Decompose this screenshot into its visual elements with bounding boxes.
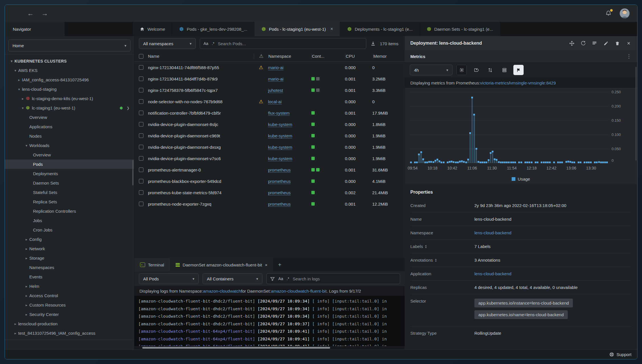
regex-icon[interactable]: .* (212, 41, 214, 46)
tab-deployments-lc-staging1-e-[interactable]: ☸Deployments - lc-staging1 (e... (340, 22, 419, 36)
table-row[interactable]: nvidia-device-plugin-daemonset-v7sc6kube… (134, 153, 405, 164)
dock-tab-logs[interactable]: DaemonSet amazon-cloudwatch-fluent-bit× (170, 258, 273, 271)
sidebar-item-workloads[interactable]: ▾Workloads (5, 141, 134, 150)
sidebar-item-access-control[interactable]: ▸Access Control (5, 291, 134, 300)
close-icon[interactable]: × (626, 40, 631, 46)
row-checkbox[interactable] (139, 202, 143, 206)
sort-toggle-icon[interactable]: ▴▾ (425, 245, 427, 249)
scrollbar-thumb[interactable] (142, 347, 330, 349)
row-checkbox[interactable] (139, 179, 143, 183)
column-header-name[interactable]: Name (148, 54, 254, 59)
pods-filter-select[interactable]: All Pods ▾ (139, 273, 199, 284)
sidebar-item-aws-eks[interactable]: ▾AWS EKS (5, 66, 134, 75)
table-row[interactable]: node-selector-with-no-nodes-767b9d68⚠loc… (134, 96, 405, 107)
sort-toggle-icon[interactable]: ▴▾ (435, 258, 437, 262)
download-icon[interactable] (370, 41, 376, 46)
sidebar-item-lc-staging1-eu-west-1-[interactable]: ▾☸lc-staging1 (eu-west-1)❯ (5, 103, 134, 113)
row-checkbox[interactable] (139, 122, 143, 127)
property-value-link[interactable]: lens-cloud-backend (474, 230, 631, 235)
daemonset-link[interactable]: amazon-cloudwatch-fluent-bit (271, 289, 327, 293)
namespace-link[interactable]: kube-system (268, 122, 292, 127)
table-row[interactable]: nginx-1724758378-5fb6f5847c-tqpx7juhotes… (134, 84, 405, 96)
sidebar-item-replication-controllers[interactable]: Replication Controllers (5, 206, 134, 216)
sidebar-item-overview[interactable]: Overview (5, 113, 134, 122)
menu-lines-icon[interactable] (592, 40, 597, 46)
sidebar-item-iam-config-access-841310725496[interactable]: ▸IAM_config_access-841310725496 (5, 75, 134, 84)
support-button[interactable]: Support (616, 352, 631, 357)
sidebar-item-kubernetes-clusters[interactable]: ▾KUBERNETES CLUSTERS (5, 56, 134, 66)
prometheus-endpoint-link[interactable]: vmsingle-vmsingle:8429 (510, 80, 556, 85)
edit-pencil-icon[interactable] (603, 40, 609, 46)
back-arrow-icon[interactable]: ← (27, 9, 34, 17)
tab-pods-lc-staging1-eu-west-1-[interactable]: ☸Pods - lc-staging1 (eu-west-1)× (254, 22, 340, 36)
sidebar-item-lc-staging-demo-k8s-eu-west-1-[interactable]: ▸☸lc-staging-demo-k8s (eu-west-1) (5, 94, 134, 103)
row-checkbox[interactable] (139, 99, 143, 104)
pods-search-input[interactable]: Aa .* Search Pods... (200, 38, 366, 49)
close-tab-icon[interactable]: × (265, 262, 268, 267)
table-row[interactable]: prometheus-kube-state-metrics-5fd974prom… (134, 187, 405, 198)
sort-arrows-icon[interactable] (485, 65, 495, 75)
namespace-link[interactable]: kube-system (268, 133, 292, 138)
sidebar-item-lenscloud-production[interactable]: ▸lenscloud-production (5, 319, 134, 328)
row-checkbox[interactable] (139, 65, 143, 70)
table-row[interactable]: nvidia-device-plugin-daemonset-8sljckube… (134, 119, 405, 130)
row-checkbox[interactable] (139, 156, 143, 161)
table-row[interactable]: notification-controller-7bfbfd6479-cbl5r… (134, 107, 405, 119)
sidebar-item-storage[interactable]: ▸Storage (5, 253, 134, 263)
row-checkbox[interactable] (139, 133, 143, 138)
namespace-filter-select[interactable]: All namespaces ▾ (139, 38, 196, 49)
namespace-link[interactable]: prometheus (268, 179, 291, 184)
tab-daemon-sets-lc-staging1-e-[interactable]: ☸Daemon Sets - lc-staging1 (e... (420, 22, 500, 36)
row-checkbox[interactable] (139, 190, 143, 195)
logs-output[interactable]: [amazon-cloudwatch-fluent-bit-dhdc2/flue… (134, 296, 405, 346)
table-row[interactable]: prometheus-alertmanager-0prometheus0.001… (134, 164, 405, 175)
select-all-checkbox[interactable] (139, 54, 143, 59)
kebab-menu-icon[interactable]: ⋮ (626, 53, 631, 59)
sidebar-item-cron-jobs[interactable]: Cron Jobs (5, 225, 134, 235)
sidebar-item-security-center[interactable]: ▸Security Center (5, 310, 134, 319)
chevron-right-icon[interactable]: ❯ (127, 106, 129, 110)
table-row[interactable]: nvidia-device-plugin-daemonset-c969tkube… (134, 130, 405, 141)
sidebar-item-helm[interactable]: ▸Helm (5, 282, 134, 291)
close-tab-icon[interactable]: × (330, 26, 333, 32)
match-case-icon[interactable]: Aa (278, 276, 283, 281)
regex-icon[interactable]: .* (287, 276, 289, 281)
sidebar-item-namespaces[interactable]: Namespaces (5, 263, 134, 272)
move-icon[interactable] (569, 40, 575, 46)
sidebar-item-test-841310725496-iam-config-a[interactable]: ▸test_841310725496_IAM_config_access (5, 328, 134, 338)
namespace-link[interactable]: prometheus (268, 167, 291, 173)
column-header-containers[interactable]: Cont... (312, 54, 345, 59)
prometheus-service-link[interactable]: victoria-metrics (480, 80, 509, 85)
cpu-metric-icon[interactable] (456, 65, 467, 75)
row-checkbox[interactable] (139, 167, 143, 172)
sidebar-item-replica-sets[interactable]: Replica Sets (5, 197, 134, 206)
sidebar-view-select[interactable]: Home ▾ (8, 40, 131, 51)
namespace-link[interactable]: prometheus (268, 190, 291, 195)
namespace-link[interactable]: mario-ai (268, 65, 283, 70)
sidebar-item-lens-cloud-staging[interactable]: ▾lens-cloud-staging (5, 84, 134, 94)
namespace-link[interactable]: kube-system (268, 156, 292, 161)
table-row[interactable]: nvidia-device-plugin-daemonset-dxsxgkube… (134, 141, 405, 153)
sidebar-scrollbar[interactable] (132, 160, 133, 185)
disk-stack-icon[interactable] (499, 65, 509, 75)
sidebar-item-jobs[interactable]: Jobs (5, 216, 134, 225)
column-header-cpu[interactable]: CPU (346, 54, 373, 59)
column-header-namespace[interactable]: Namespace (268, 54, 312, 59)
sidebar-item-pods[interactable]: Pods (5, 160, 134, 169)
sidebar-item-config[interactable]: ▸Config (5, 235, 134, 244)
tab-welcome[interactable]: Welcome (133, 22, 172, 36)
table-row[interactable]: nginx-1721304411-84d4ff7d4b-87tk9mario-a… (134, 73, 405, 84)
table-row[interactable]: nginx-1721304411-74df86f588-87p55⚠mario-… (134, 62, 405, 73)
row-checkbox[interactable] (139, 88, 143, 92)
tag-metric-icon[interactable] (471, 65, 481, 75)
chart-legend[interactable]: Usage (405, 174, 637, 184)
dock-tab-terminal[interactable]: >_Terminal (134, 258, 170, 271)
match-case-icon[interactable]: Aa (203, 41, 208, 46)
property-value-link[interactable]: lens-cloud-backend (474, 271, 631, 276)
time-range-select[interactable]: 4h ▾ (410, 65, 452, 75)
namespace-link[interactable]: amazon-cloudwatch (203, 289, 241, 293)
row-checkbox[interactable] (139, 111, 143, 115)
delete-trash-icon[interactable] (614, 40, 620, 46)
sidebar-item-deployments[interactable]: Deployments (5, 169, 134, 178)
user-avatar[interactable] (620, 8, 630, 18)
